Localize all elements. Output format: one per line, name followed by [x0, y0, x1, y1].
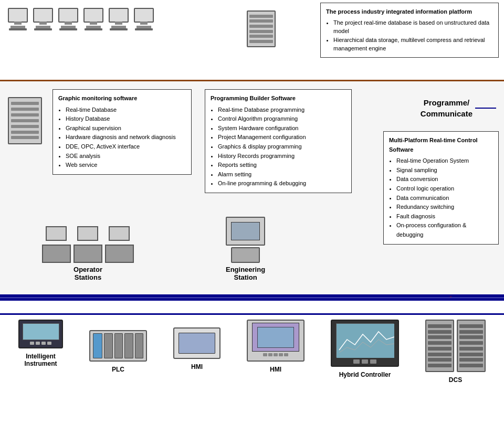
- pb-item-4: Graphics & display programming: [218, 142, 346, 152]
- server-rack-icon: [8, 97, 42, 144]
- operator-stations: Operator Stations: [42, 226, 134, 281]
- hybrid-controls: [353, 359, 376, 364]
- hmi-keypad: [263, 353, 288, 356]
- pb-box-title: Programming Builder Software: [211, 94, 346, 103]
- hmi-small-icon: [173, 327, 220, 359]
- bottom-devices: Intelligent Instrument PLC HMI: [0, 320, 504, 384]
- mp-item-1: Signal sampling: [396, 166, 493, 175]
- monitor-icon: [83, 8, 103, 23]
- gm-item-1: History Database: [66, 114, 186, 124]
- op-desk-1: [42, 245, 71, 263]
- mp-item-0: Real-time Operation System: [396, 156, 493, 166]
- intelligent-instrument-label: Intelligent Instrument: [24, 353, 57, 367]
- engineering-label: Engineering Station: [226, 266, 265, 281]
- pb-item-1: Control Algorithm programming: [218, 114, 346, 124]
- pb-item-6: Reports setting: [218, 161, 346, 170]
- hybrid-controller-icon: [331, 320, 399, 367]
- workstation-1: [8, 8, 28, 30]
- info-bullet-1: The project real-time database is based …: [333, 18, 493, 36]
- blue-line-bottom: [0, 313, 504, 315]
- intel-buttons: [30, 342, 51, 345]
- gm-item-3: Hardware diagnosis and network diagnosis: [66, 133, 186, 142]
- device-plc: PLC: [89, 330, 147, 373]
- mp-item-7: On-process configuration & debugging: [396, 221, 493, 239]
- device-hmi-large: HMI: [247, 320, 304, 373]
- pb-item-2: System Hardware configuration: [218, 124, 346, 133]
- prog-comm-line: [475, 108, 496, 109]
- device-hmi-small: HMI: [173, 327, 220, 370]
- gm-box-list: Real-time Database History Database Grap…: [66, 105, 186, 170]
- programming-builder-box: Programming Builder Software Real-time D…: [205, 89, 352, 193]
- mp-item-6: Fault diagnosis: [396, 212, 493, 221]
- blue-line-top: [0, 299, 504, 301]
- monitor-base: [34, 28, 52, 30]
- workstation-6: [134, 8, 154, 30]
- monitor-icon: [58, 8, 78, 23]
- workstation-4: [83, 8, 103, 30]
- eng-base: [231, 247, 260, 263]
- mp-item-5: Redundancy switching: [396, 203, 493, 212]
- workstation-3: [58, 8, 78, 30]
- monitor-base: [110, 28, 128, 30]
- info-bullet-2: Hierarchical data storage, multilevel co…: [333, 36, 493, 53]
- info-box-list: The project real-time database is based …: [333, 18, 493, 53]
- gm-item-6: Web service: [66, 161, 186, 170]
- monitor-base: [59, 28, 77, 30]
- op-monitor-1: [46, 226, 67, 241]
- hmi-small-label: HMI: [191, 363, 203, 370]
- graphic-monitoring-box: Graphic monitoring software Real-time Da…: [52, 89, 192, 175]
- workstation-2: [33, 8, 53, 30]
- monitor-icon: [134, 8, 154, 23]
- bottom-section: Intelligent Instrument PLC HMI: [0, 299, 504, 445]
- eng-computer: [226, 217, 265, 263]
- monitor-base: [85, 28, 102, 30]
- engineering-station: Engineering Station: [226, 217, 265, 281]
- gm-box-title: Graphic monitoring software: [58, 94, 186, 103]
- op-desk-2: [74, 245, 102, 263]
- hybrid-screen: [336, 323, 394, 357]
- intelligent-instrument-icon: [18, 320, 63, 348]
- hmi-small-screen: [178, 333, 215, 354]
- pb-item-8: On-line programming & debugging: [218, 179, 346, 188]
- gm-item-2: Graphical supervision: [66, 124, 186, 133]
- pb-item-5: History Records programming: [218, 152, 346, 161]
- monitor-icon: [33, 8, 53, 23]
- op-desk-3: [105, 245, 134, 263]
- server-icon: [247, 10, 276, 47]
- operator-computers: [42, 226, 134, 263]
- plc-icon: [89, 330, 147, 362]
- op-station-2: [74, 226, 102, 263]
- op-monitor-3: [109, 226, 130, 241]
- op-monitor-2: [77, 226, 98, 241]
- hmi-large-screen: [252, 323, 299, 352]
- pb-item-7: Alarm setting: [218, 170, 346, 179]
- server-rack-left: [8, 97, 42, 144]
- op-station-1: [42, 226, 71, 263]
- eng-monitor: [226, 217, 265, 246]
- monitor-icon: [8, 8, 28, 23]
- dcs-icon: [425, 320, 486, 372]
- monitor-base: [9, 28, 27, 30]
- pb-item-0: Real-time Database programming: [218, 105, 346, 115]
- workstations-row: [8, 8, 154, 30]
- gm-item-5: SOE analysis: [66, 152, 186, 161]
- info-box-title: The process industry integrated informat…: [326, 7, 493, 16]
- middle-section: Graphic monitoring software Real-time Da…: [0, 81, 504, 296]
- info-box: The process industry integrated informat…: [320, 3, 499, 58]
- intel-screen: [23, 323, 59, 340]
- dcs-label: DCS: [449, 376, 462, 384]
- workstation-5: [109, 8, 129, 30]
- mp-box-list: Real-time Operation System Signal sampli…: [396, 156, 493, 239]
- monitor-icon: [109, 8, 129, 23]
- gm-item-0: Real-time Database: [66, 105, 186, 115]
- gm-item-4: DDE, OPC, ActiveX interface: [66, 142, 186, 152]
- hmi-large-icon: [247, 320, 304, 362]
- device-dcs: DCS: [425, 320, 486, 384]
- mp-item-4: Data communication: [396, 194, 493, 203]
- hmi-large-label: HMI: [270, 366, 281, 373]
- mp-box-title: Multi-Platform Real-time Control Softwar…: [389, 136, 493, 154]
- dcs-rack-2: [457, 320, 486, 372]
- device-intelligent-instrument: Intelligent Instrument: [18, 320, 63, 367]
- device-hybrid: Hybrid Controller: [331, 320, 399, 378]
- operator-label: Operator Stations: [42, 266, 134, 281]
